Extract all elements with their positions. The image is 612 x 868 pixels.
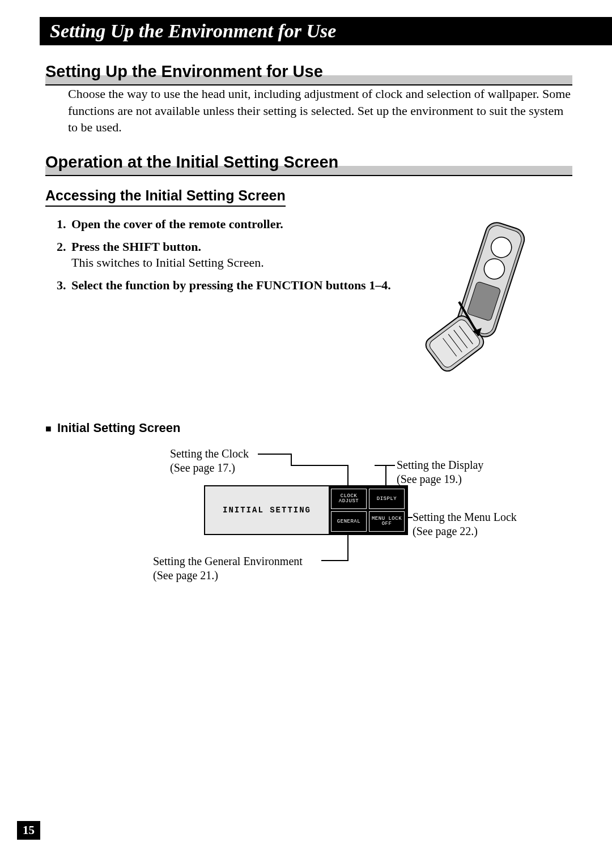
tile-general: GENERAL: [331, 511, 367, 532]
step-2: 2.Press the SHIFT button. This switches …: [57, 240, 391, 270]
square-bullet-icon: ■: [45, 423, 52, 434]
callout-display: Setting the Display (See page 19.): [397, 458, 483, 486]
page-number: 15: [17, 821, 40, 840]
callout-clock-ref: (See page 17.): [170, 461, 235, 474]
callout-general: Setting the General Environment (See pag…: [153, 554, 303, 583]
initial-setting-diagram: Setting the Clock (See page 17.) Setting…: [113, 447, 572, 617]
step-2-head: Press the SHIFT button.: [71, 240, 201, 254]
callout-display-ref: (See page 19.): [397, 473, 462, 485]
section-heading-1-text: Setting Up the Environment for Use: [45, 62, 572, 85]
tile-clock-adjust: CLOCK ADJUST: [331, 489, 367, 509]
step-1-head: Open the cover of the remote controller.: [71, 217, 283, 231]
tile-menu-lock: MENU LOCK OFF: [369, 511, 405, 532]
step-3: 3.Select the function by pressing the FU…: [57, 278, 391, 293]
callout-clock: Setting the Clock (See page 17.): [170, 447, 249, 475]
section-heading-1: Setting Up the Environment for Use: [45, 62, 572, 85]
tile-display: DISPLY: [369, 489, 405, 509]
callout-general-text: Setting the General Environment: [153, 555, 303, 567]
step-2-num: 2.: [57, 240, 71, 254]
callout-menulock-ref: (See page 22.): [413, 525, 478, 537]
callout-display-text: Setting the Display: [397, 459, 483, 471]
section-heading-2: Operation at the Initial Setting Screen: [45, 153, 572, 176]
step-2-body: This switches to Initial Setting Screen.: [71, 255, 391, 270]
subheading-accessing: Accessing the Initial Setting Screen: [45, 187, 286, 207]
section-heading-2-text: Operation at the Initial Setting Screen: [45, 153, 572, 176]
panel-label: INITIAL SETTING: [205, 486, 329, 534]
steps-list: 1.Open the cover of the remote controlle…: [57, 217, 391, 293]
step-3-num: 3.: [57, 278, 71, 293]
callout-menulock-text: Setting the Menu Lock: [413, 511, 517, 523]
bullet-heading-initial-screen: ■Initial Setting Screen: [45, 421, 572, 435]
step-3-head: Select the function by pressing the FUNC…: [71, 278, 391, 292]
bullet-heading-text: Initial Setting Screen: [57, 421, 181, 435]
screen-panel: INITIAL SETTING CLOCK ADJUST DISPLY GENE…: [204, 485, 408, 535]
callout-clock-text: Setting the Clock: [170, 447, 249, 460]
step-1: 1.Open the cover of the remote controlle…: [57, 217, 391, 232]
step-1-num: 1.: [57, 217, 71, 232]
callout-general-ref: (See page 21.): [153, 569, 218, 581]
section-1-body: Choose the way to use the head unit, inc…: [68, 85, 572, 136]
callout-menulock: Setting the Menu Lock (See page 22.): [413, 510, 517, 538]
chapter-banner: Setting Up the Environment for Use: [40, 17, 612, 45]
remote-illustration: [402, 217, 572, 387]
